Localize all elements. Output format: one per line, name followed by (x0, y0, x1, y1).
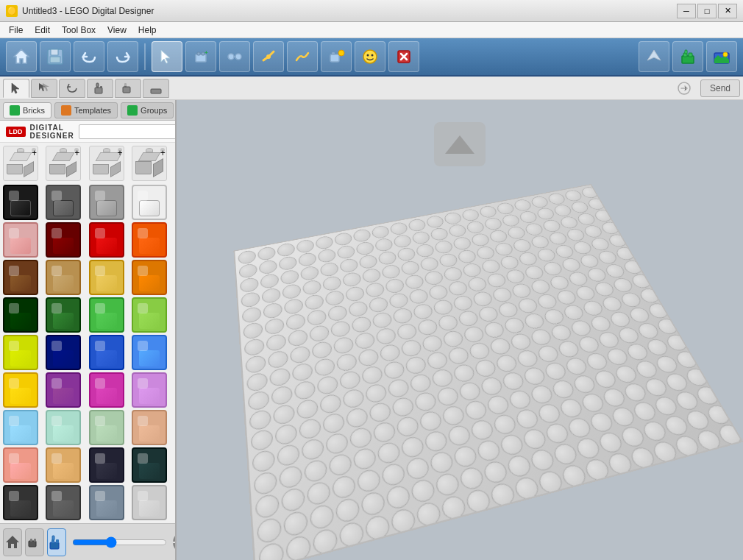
color-magenta[interactable] (89, 372, 124, 408)
color-blue-gray[interactable] (89, 485, 124, 520)
color-light-teal[interactable] (46, 410, 81, 445)
clone-mode-tab[interactable] (31, 79, 57, 98)
svg-marker-41 (6, 536, 19, 548)
minimize-button[interactable]: ─ (677, 4, 696, 18)
canvas-area[interactable] (177, 100, 743, 560)
menu-file[interactable]: File (3, 24, 29, 37)
brick-item-1x2-plate[interactable]: + (3, 146, 38, 181)
sidebar-zoom-slider[interactable] (72, 536, 167, 548)
face-btn[interactable] (355, 41, 385, 72)
stud (376, 441, 402, 466)
stud (514, 408, 541, 431)
scene-mode-btn[interactable] (706, 41, 737, 72)
color-yellow[interactable] (3, 372, 38, 408)
stud (683, 328, 710, 347)
color-dark-teal[interactable] (132, 447, 167, 483)
color-medium-gray[interactable] (89, 185, 124, 220)
add-mode-tab[interactable] (87, 79, 113, 98)
color-tan2[interactable] (89, 260, 124, 295)
brick-item-2x2-plate[interactable]: + (46, 146, 81, 181)
stud (494, 353, 519, 374)
home-view-btn[interactable] (3, 528, 22, 556)
color-dark-green[interactable] (3, 297, 38, 333)
color-salmon[interactable] (3, 447, 38, 483)
color-brown[interactable] (3, 260, 38, 295)
undo-toolbar-btn[interactable] (74, 41, 104, 72)
navigate-mode-btn[interactable] (639, 41, 669, 72)
color-orange-red[interactable] (132, 222, 167, 258)
color-sky-blue[interactable] (132, 335, 167, 370)
toolbar-right (639, 41, 737, 72)
color-tan3[interactable] (132, 410, 167, 445)
add-brick-btn[interactable]: + (185, 41, 216, 72)
stud (458, 380, 483, 403)
titlebar: 🟡 Untitled3 - LEGO Digital Designer ─ □ … (0, 0, 743, 22)
stud (638, 287, 663, 305)
color-dark-slate[interactable] (89, 447, 124, 483)
color-bright-green[interactable] (89, 297, 124, 333)
stud (614, 246, 637, 261)
large-view-btn[interactable] (47, 528, 66, 556)
color-light-purple[interactable] (132, 372, 167, 408)
redo-toolbar-btn[interactable] (107, 41, 138, 72)
build-mode-btn[interactable] (672, 41, 703, 72)
menu-view[interactable]: View (102, 24, 132, 37)
color-tan[interactable] (46, 260, 81, 295)
menu-help[interactable]: Help (132, 24, 163, 37)
brick-item-2x4-plate[interactable]: + (89, 146, 124, 181)
color-orange[interactable] (132, 260, 167, 295)
close-button[interactable]: ✕ (718, 4, 737, 18)
color-dark-gray[interactable] (46, 185, 81, 220)
color-white[interactable] (132, 185, 167, 220)
connect-btn[interactable] (219, 41, 250, 72)
color-lime-green[interactable] (132, 297, 167, 333)
color-tan4[interactable] (46, 447, 81, 483)
stud (536, 402, 564, 425)
color-light-pink[interactable] (3, 222, 38, 258)
save-toolbar-btn[interactable] (40, 41, 71, 72)
stud (479, 375, 504, 397)
select-mode-tab[interactable] (3, 79, 29, 98)
color-mode-tab[interactable] (115, 79, 141, 98)
color-lime-yellow[interactable] (3, 335, 38, 370)
bricks-tab-icon (10, 105, 20, 116)
app-icon: 🟡 (6, 5, 18, 17)
send-button[interactable]: Send (700, 79, 740, 97)
color-red[interactable] (89, 222, 124, 258)
sidebar-tab-bricks[interactable]: Bricks (3, 102, 51, 118)
sidebar-tab-templates[interactable]: Templates (54, 102, 118, 118)
stud (364, 514, 391, 542)
color-light-gray3[interactable] (132, 485, 167, 520)
color-light-blue2[interactable] (3, 410, 38, 445)
color-blue[interactable] (89, 335, 124, 370)
color-black[interactable] (3, 185, 38, 220)
sidebar-tab-groups[interactable]: Groups (121, 102, 174, 118)
delete-btn[interactable] (388, 41, 419, 72)
baseplate[interactable] (233, 184, 743, 560)
color-dark-gray4[interactable] (46, 485, 81, 520)
flex-btn[interactable] (287, 41, 318, 72)
select-tool-btn[interactable] (152, 41, 182, 72)
hinge-mode-tab[interactable] (143, 79, 169, 98)
brick-item-2x2-brick[interactable]: + (132, 146, 167, 181)
menu-edit[interactable]: Edit (29, 24, 56, 37)
home-toolbar-btn[interactable] (6, 41, 37, 72)
stud (580, 186, 600, 199)
stud (632, 242, 655, 258)
paint-btn[interactable] (321, 41, 352, 72)
color-green2[interactable] (46, 297, 81, 333)
small-view-btn[interactable] (25, 528, 44, 556)
rotate-mode-tab[interactable] (59, 79, 85, 98)
svg-point-28 (723, 52, 728, 57)
maximize-button[interactable]: □ (697, 4, 717, 18)
menu-toolbox[interactable]: Tool Box (56, 24, 102, 37)
hinge-btn[interactable] (253, 41, 284, 72)
color-dark-blue[interactable] (46, 335, 81, 370)
stud (646, 302, 671, 320)
color-light-green[interactable] (89, 410, 124, 445)
stud (544, 422, 571, 446)
color-dark-gray3[interactable] (3, 485, 38, 520)
color-purple[interactable] (46, 372, 81, 408)
brick-search-input[interactable] (79, 124, 177, 139)
color-dark-red[interactable] (46, 222, 81, 258)
